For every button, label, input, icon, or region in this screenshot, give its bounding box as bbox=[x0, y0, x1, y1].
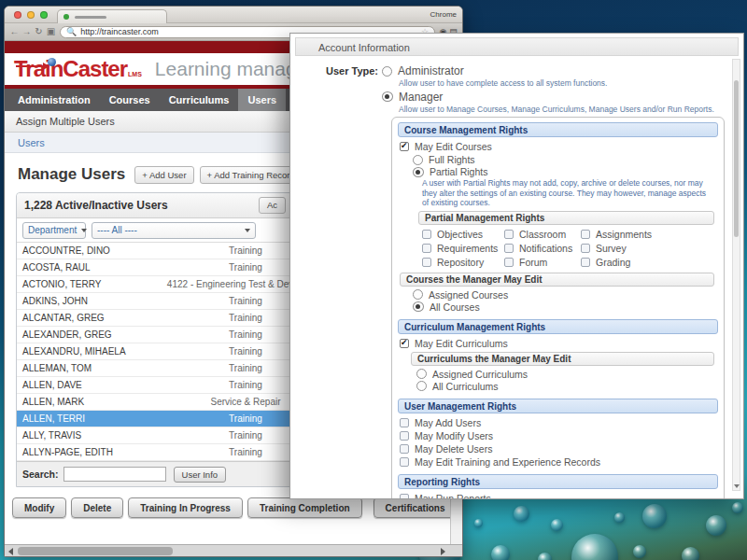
notifications-option[interactable]: Notifications bbox=[504, 243, 581, 254]
radio-full-rights[interactable] bbox=[413, 155, 423, 165]
assigned-courses-option[interactable]: Assigned Courses bbox=[413, 289, 718, 301]
nav-courses[interactable]: Courses bbox=[100, 89, 160, 111]
radio-partial-rights[interactable] bbox=[413, 167, 424, 177]
checkbox-may-delete-users[interactable] bbox=[400, 444, 409, 454]
forward-icon[interactable]: → bbox=[21, 25, 33, 38]
radio-assigned-curriculums[interactable] bbox=[416, 369, 427, 379]
checkbox-may-run-reports[interactable] bbox=[400, 494, 409, 500]
certifications-button[interactable]: Certifications bbox=[374, 497, 458, 518]
radio-manager[interactable] bbox=[382, 91, 393, 102]
logo-arrow-icon bbox=[16, 65, 44, 67]
modify-button[interactable]: Modify bbox=[12, 497, 66, 518]
nav-users[interactable]: Users bbox=[238, 89, 286, 111]
department-select[interactable]: Department bbox=[22, 222, 86, 239]
forum-option[interactable]: Forum bbox=[504, 257, 581, 268]
checkbox-objectives[interactable] bbox=[422, 230, 431, 239]
checkbox-grading[interactable] bbox=[581, 258, 590, 267]
page-horizontal-scrollbar[interactable] bbox=[5, 544, 462, 556]
minimize-window-icon[interactable] bbox=[27, 11, 35, 19]
nav-curriculums[interactable]: Curriculums bbox=[160, 89, 239, 111]
nav-administration[interactable]: Administration bbox=[8, 89, 100, 111]
add-user-button[interactable]: + Add User bbox=[134, 166, 193, 184]
user-name: ADKINS, JOHN bbox=[22, 293, 88, 310]
search-label: Search: bbox=[22, 469, 59, 480]
survey-option[interactable]: Survey bbox=[581, 243, 718, 254]
user-name: ALLEN, DAVE bbox=[22, 377, 82, 394]
checkbox-requirements[interactable] bbox=[422, 244, 431, 253]
may-add-users-option[interactable]: May Add Users bbox=[400, 417, 718, 428]
objectives-option[interactable]: Objectives bbox=[422, 229, 504, 240]
checkbox-classroom[interactable] bbox=[504, 230, 514, 239]
checkbox-may-edit-training-records[interactable] bbox=[400, 457, 409, 467]
training-in-progress-button[interactable]: Training In Progress bbox=[128, 497, 243, 518]
zoom-window-icon[interactable] bbox=[40, 11, 48, 19]
checkbox-may-modify-users[interactable] bbox=[400, 431, 409, 441]
checkbox-notifications[interactable] bbox=[504, 244, 514, 253]
panel-vertical-scrollbar[interactable] bbox=[732, 59, 740, 491]
search-input[interactable] bbox=[63, 467, 166, 482]
checkbox-assignments[interactable] bbox=[581, 230, 590, 239]
manager-description: Allow user to Manage Courses, Manage Cur… bbox=[399, 105, 728, 115]
reporting-rights-header: Reporting Rights bbox=[398, 474, 718, 489]
all-curriculums-option[interactable]: All Curriculums bbox=[416, 381, 718, 392]
checkbox-repository[interactable] bbox=[422, 258, 431, 267]
checkbox-survey[interactable] bbox=[581, 244, 590, 253]
user-name: ALEXANDRU, MIHAELA bbox=[22, 343, 126, 360]
close-window-icon[interactable] bbox=[14, 11, 21, 19]
user-name: ACCOUNTRE, DINO bbox=[22, 243, 110, 259]
checkbox-may-add-users[interactable] bbox=[400, 418, 409, 427]
course-management-rights-header: Course Management Rights bbox=[398, 122, 718, 137]
scroll-left-icon[interactable] bbox=[8, 548, 13, 555]
page-title: Manage Users bbox=[18, 165, 125, 184]
radio-all-curriculums[interactable] bbox=[416, 381, 427, 391]
administrator-option[interactable]: Administrator bbox=[382, 64, 728, 77]
user-name: ALLY, TRAVIS bbox=[22, 427, 81, 444]
courses-manager-may-edit-header: Courses the Manager May Edit bbox=[400, 273, 714, 287]
administrator-description: Allow user to have complete access to al… bbox=[399, 78, 728, 89]
may-delete-users-option[interactable]: May Delete Users bbox=[400, 443, 718, 455]
delete-button[interactable]: Delete bbox=[71, 497, 123, 518]
user-name: ACOSTA, RAUL bbox=[22, 259, 91, 276]
reload-icon[interactable]: ↻ bbox=[33, 25, 45, 38]
training-completion-button[interactable]: Training Completion bbox=[247, 497, 362, 518]
assignments-option[interactable]: Assignments bbox=[581, 229, 718, 240]
action-buttons: Modify Delete Training In Progress Train… bbox=[12, 497, 462, 518]
user-name: ACTONIO, TERRY bbox=[22, 276, 101, 293]
partial-rights-grid: Objectives Classroom Assignments Require… bbox=[422, 228, 718, 270]
checkbox-may-edit-curriculums[interactable] bbox=[400, 339, 409, 348]
requirements-option[interactable]: Requirements bbox=[422, 243, 504, 254]
all-courses-option[interactable]: All Courses bbox=[413, 301, 718, 313]
scroll-down-icon[interactable] bbox=[734, 484, 740, 488]
department-value-select[interactable]: ---- All ---- bbox=[92, 222, 256, 239]
user-info-button[interactable]: User Info bbox=[174, 467, 227, 483]
actions-button[interactable]: Ac bbox=[259, 197, 286, 214]
user-type-label: User Type: bbox=[326, 64, 382, 499]
scroll-right-icon[interactable] bbox=[441, 548, 445, 555]
browser-tab[interactable] bbox=[57, 9, 167, 23]
partial-rights-option[interactable]: Partial Rights bbox=[413, 166, 718, 177]
radio-administrator[interactable] bbox=[382, 66, 392, 77]
may-edit-training-records-option[interactable]: May Edit Training and Experience Records bbox=[400, 456, 718, 468]
checkbox-forum[interactable] bbox=[504, 258, 514, 267]
assigned-curriculums-option[interactable]: Assigned Curriculums bbox=[416, 369, 718, 380]
chevron-down-icon bbox=[245, 229, 250, 232]
full-rights-option[interactable]: Full Rights bbox=[413, 154, 718, 165]
manager-option[interactable]: Manager bbox=[382, 91, 728, 104]
scrollbar-thumb[interactable] bbox=[734, 80, 739, 237]
desktop-background: Chrome ← → ↻ ▣ 🔍 http://traincaster.com … bbox=[0, 0, 747, 560]
back-icon[interactable]: ← bbox=[8, 25, 21, 38]
radio-all-courses[interactable] bbox=[413, 301, 424, 312]
radio-assigned-courses[interactable] bbox=[413, 289, 423, 300]
may-modify-users-option[interactable]: May Modify Users bbox=[400, 430, 718, 441]
may-run-reports-option[interactable]: May Run Reports bbox=[400, 493, 718, 500]
scrollbar-thumb[interactable] bbox=[18, 547, 173, 555]
url-text: http://traincaster.com bbox=[80, 27, 159, 36]
traincaster-logo[interactable]: TrainCasterLMS bbox=[14, 56, 142, 82]
user-name: ALEXANDER, GREG bbox=[22, 327, 112, 343]
repository-option[interactable]: Repository bbox=[422, 257, 504, 268]
grading-option[interactable]: Grading bbox=[581, 257, 718, 268]
classroom-option[interactable]: Classroom bbox=[504, 229, 581, 240]
may-edit-curriculums-option[interactable]: May Edit Curriculums bbox=[400, 338, 718, 349]
checkbox-may-edit-courses[interactable] bbox=[400, 142, 409, 151]
may-edit-courses-option[interactable]: May Edit Courses bbox=[400, 141, 718, 152]
